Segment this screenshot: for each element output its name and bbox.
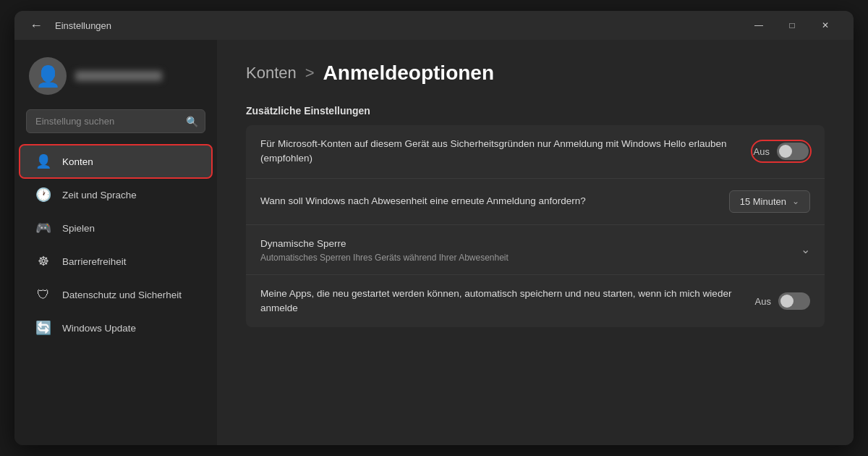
setting-control-abwesenheit: 15 Minuten ⌄: [729, 190, 810, 213]
main-content: 👤 🔍 👤 Konten 🕐 Zeit und Sprache 🎮 Spiele: [14, 40, 854, 445]
breadcrumb-parent: Konten: [246, 64, 297, 83]
barrierefreiheit-icon: ☸: [35, 253, 52, 270]
setting-row-windows-hello: Für Microsoft-Konten auf diesem Gerät au…: [246, 125, 825, 179]
konten-icon: 👤: [35, 153, 52, 170]
sidebar-item-zeit-label: Zeit und Sprache: [62, 190, 137, 200]
titlebar-title: Einstellungen: [55, 20, 111, 31]
settings-window: ← Einstellungen — □ ✕ 👤 🔍: [14, 11, 854, 445]
titlebar-left: ← Einstellungen: [26, 15, 111, 35]
settings-group: Für Microsoft-Konten auf diesem Gerät au…: [246, 125, 825, 327]
maximize-button[interactable]: □: [775, 14, 809, 37]
toggle-windows-hello[interactable]: [777, 143, 809, 160]
section-title: Zusätzliche Einstellungen: [246, 105, 825, 117]
sidebar-item-konten-label: Konten: [62, 156, 93, 167]
abwesenheit-dropdown-arrow: ⌄: [792, 196, 799, 206]
abwesenheit-dropdown-value: 15 Minuten: [740, 196, 786, 207]
close-button[interactable]: ✕: [809, 14, 842, 37]
setting-text-dynamische-sperre: Dynamische Sperre Automatisches Sperren …: [260, 237, 801, 263]
username-blurred: [75, 71, 162, 81]
setting-text-windows-hello: Für Microsoft-Konten auf diesem Gerät au…: [260, 137, 752, 166]
datenschutz-icon: 🛡: [35, 286, 52, 303]
toggle-label-apps-neustart: Aus: [755, 296, 771, 307]
titlebar-controls: — □ ✕: [742, 14, 842, 37]
avatar-icon: 👤: [35, 64, 61, 88]
breadcrumb: Konten > Anmeldeoptionen: [246, 62, 825, 85]
sidebar-item-windows-update[interactable]: 🔄 Windows Update: [20, 312, 211, 344]
sidebar-item-barrierefreiheit[interactable]: ☸ Barrierefreiheit: [20, 245, 211, 277]
setting-label-abwesenheit: Wann soll Windows nach Abwesenheit eine …: [260, 194, 715, 208]
setting-row-abwesenheit: Wann soll Windows nach Abwesenheit eine …: [246, 179, 825, 225]
setting-desc-dynamische-sperre: Automatisches Sperren Ihres Geräts währe…: [260, 253, 786, 263]
sidebar-item-datenschutz[interactable]: 🛡 Datenschutz und Sicherheit: [20, 279, 211, 311]
right-panel: Konten > Anmeldeoptionen Zusätzliche Ein…: [217, 40, 854, 445]
spielen-icon: 🎮: [35, 219, 52, 237]
setting-label-dynamische-sperre: Dynamische Sperre: [260, 237, 786, 251]
toggle-knob-apps-neustart: [780, 295, 793, 308]
sidebar-item-barrierefreiheit-label: Barrierefreiheit: [62, 256, 127, 267]
setting-label-apps-neustart: Meine Apps, die neu gestartet werden kön…: [260, 287, 741, 316]
titlebar: ← Einstellungen — □ ✕: [14, 11, 854, 40]
avatar: 👤: [29, 57, 67, 95]
search-icon: 🔍: [186, 116, 198, 127]
search-box: 🔍: [26, 109, 205, 133]
expand-arrow-dynamische-sperre[interactable]: ⌄: [801, 242, 810, 256]
search-input[interactable]: [26, 109, 205, 133]
abwesenheit-dropdown[interactable]: 15 Minuten ⌄: [729, 190, 810, 213]
minimize-button[interactable]: —: [742, 14, 775, 37]
setting-label-windows-hello: Für Microsoft-Konten auf diesem Gerät au…: [260, 137, 738, 166]
setting-text-apps-neustart: Meine Apps, die neu gestartet werden kön…: [260, 287, 755, 316]
setting-row-apps-neustart: Meine Apps, die neu gestartet werden kön…: [246, 275, 825, 328]
setting-text-abwesenheit: Wann soll Windows nach Abwesenheit eine …: [260, 194, 729, 208]
sidebar-item-datenschutz-label: Datenschutz und Sicherheit: [62, 290, 182, 300]
toggle-label-windows-hello: Aus: [754, 146, 770, 157]
breadcrumb-current: Anmeldeoptionen: [323, 62, 494, 85]
windows-update-icon: 🔄: [35, 319, 52, 337]
user-section: 👤: [14, 46, 217, 109]
sidebar-item-zeit-und-sprache[interactable]: 🕐 Zeit und Sprache: [20, 179, 211, 211]
zeit-icon: 🕐: [35, 186, 52, 203]
sidebar-item-konten[interactable]: 👤 Konten: [20, 145, 211, 177]
setting-control-windows-hello: Aus: [752, 141, 810, 161]
breadcrumb-separator: >: [305, 64, 315, 83]
sidebar: 👤 🔍 👤 Konten 🕐 Zeit und Sprache 🎮 Spiele: [14, 40, 217, 445]
sidebar-item-windows-update-label: Windows Update: [62, 323, 136, 334]
setting-control-dynamische-sperre: ⌄: [801, 242, 810, 256]
setting-row-dynamische-sperre: Dynamische Sperre Automatisches Sperren …: [246, 225, 825, 275]
sidebar-item-spielen-label: Spielen: [62, 223, 95, 234]
setting-control-apps-neustart: Aus: [755, 292, 810, 310]
back-button[interactable]: ←: [26, 15, 46, 35]
toggle-knob-windows-hello: [779, 145, 792, 158]
toggle-apps-neustart[interactable]: [778, 292, 810, 310]
sidebar-item-spielen[interactable]: 🎮 Spielen: [20, 212, 211, 244]
